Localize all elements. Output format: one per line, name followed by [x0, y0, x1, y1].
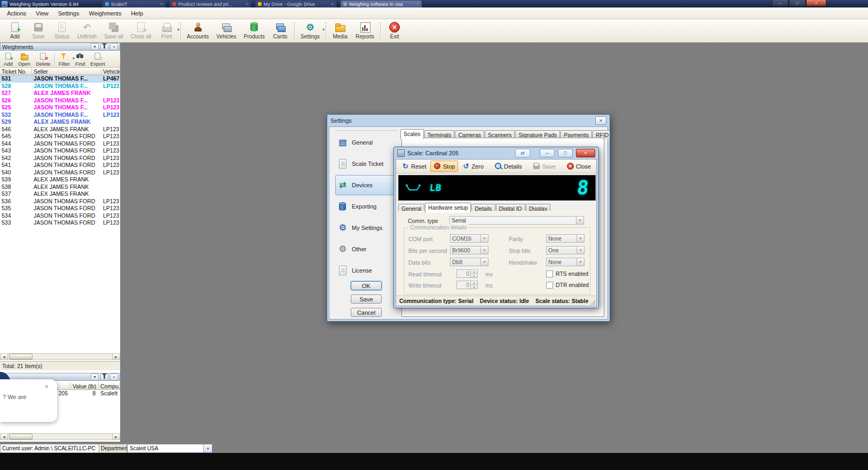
- weighment-row-543[interactable]: 543JASON THOMAS FORDLP1234: [0, 147, 120, 155]
- scroll-right-icon[interactable]: ▶: [112, 354, 120, 360]
- department-select[interactable]: Scaleit USA ▾: [127, 444, 212, 453]
- rts-enabled-checkbox[interactable]: RTS enabled: [546, 269, 588, 278]
- tab-close-icon[interactable]: ×: [246, 2, 248, 6]
- scale-details-button[interactable]: Details: [491, 161, 525, 172]
- browser-tab-my-drive-google-drive[interactable]: My Drive - Google Drive×: [255, 1, 336, 7]
- pin-icon[interactable]: [100, 373, 108, 380]
- weighment-row-528[interactable]: 528JASON THOMAS F...LP1234: [0, 83, 120, 90]
- panel-add-button[interactable]: Add: [1, 52, 15, 67]
- panel-menu-icon[interactable]: ▾: [91, 373, 99, 380]
- weighment-row-531[interactable]: 531JASON THOMAS F...LP467...: [0, 75, 120, 83]
- settings-dialog-titlebar[interactable]: Settings ×: [327, 115, 610, 126]
- weighment-row-541[interactable]: 541JASON THOMAS FORDLP1234: [0, 162, 120, 169]
- weighment-row-545[interactable]: 545JASON THOMAS FORDLP1234: [0, 133, 120, 140]
- cards-button[interactable]: Cards: [269, 20, 292, 41]
- settings-button[interactable]: ⚙Settings▾: [297, 20, 323, 41]
- ok-button[interactable]: OK: [351, 281, 382, 290]
- exit-button[interactable]: Exit: [383, 20, 406, 41]
- pin-icon[interactable]: [100, 43, 108, 50]
- minimize-button[interactable]: –: [540, 149, 555, 157]
- tab-scales[interactable]: Scales: [400, 129, 424, 139]
- weighment-row-544[interactable]: 544JASON THOMAS FORDLP1234: [0, 140, 120, 148]
- tab-close-icon[interactable]: ×: [160, 2, 163, 6]
- weighment-row-546[interactable]: 546ALEX JAMES FRANKLP1234: [0, 126, 120, 133]
- horizontal-scrollbar-2[interactable]: ◀ ▶: [0, 433, 120, 440]
- horizontal-scrollbar[interactable]: ◀ ▶: [0, 353, 120, 360]
- menu-help[interactable]: Help: [126, 9, 148, 18]
- column-header-value-lb[interactable]: Value (lb): [71, 383, 99, 390]
- save-button[interactable]: Save: [351, 294, 382, 304]
- column-header-ticket-no[interactable]: Ticket No.: [0, 68, 32, 75]
- settings-nav-license[interactable]: License: [335, 260, 397, 281]
- minimize-button[interactable]: –: [772, 0, 788, 6]
- weighment-row-538[interactable]: 538ALEX JAMES FRANK: [0, 184, 120, 191]
- scale-dialog-titlebar[interactable]: Scale: Cardinal 205 ⇄ – □ ×: [394, 147, 598, 159]
- settings-nav-exporting[interactable]: Exporting: [335, 196, 397, 217]
- scroll-thumb[interactable]: [9, 434, 33, 440]
- panel-open-button[interactable]: Open: [15, 52, 33, 67]
- add-button[interactable]: Add: [3, 20, 27, 41]
- browser-tab-product-reviews-and-pri[interactable]: Product reviews and pri...×: [170, 1, 251, 7]
- comm-type-select[interactable]: Serial ▾: [449, 216, 584, 225]
- dtr-enabled-checkbox[interactable]: DTR enabled: [546, 281, 589, 289]
- panel-filter-button[interactable]: Filter▾: [56, 52, 73, 67]
- vehicles-button[interactable]: Vehicles: [212, 20, 240, 41]
- chat-close-icon[interactable]: ×: [44, 383, 49, 391]
- settings-nav-other[interactable]: ⚙Other: [335, 239, 397, 259]
- scale-stop-button[interactable]: Stop: [430, 161, 459, 172]
- tab-close-icon[interactable]: ×: [331, 2, 334, 6]
- weighment-row-535[interactable]: 535JASON THOMAS FORDLP1234: [0, 205, 120, 212]
- settings-nav-general[interactable]: ▤General: [335, 132, 397, 153]
- weighment-row-525[interactable]: 525JASON THOMAS F...LP123...: [0, 104, 120, 111]
- menu-view[interactable]: View: [31, 9, 53, 18]
- weighment-row-540[interactable]: 540JASON THOMAS FORDLP1234: [0, 169, 120, 177]
- browser-tab-weighing-software-in-usa[interactable]: Weighing software in usa×: [341, 1, 422, 7]
- settings-nav-scale-ticket[interactable]: Scale Ticket: [335, 154, 397, 174]
- scale-reset-button[interactable]: ↻Reset: [398, 161, 430, 172]
- settings-nav-devices[interactable]: ⇄Devices: [335, 175, 397, 195]
- column-header-compu[interactable]: Compu...: [99, 383, 120, 390]
- scroll-thumb[interactable]: [9, 354, 33, 360]
- scale-close-button[interactable]: Close: [563, 161, 594, 172]
- media-button[interactable]: Media: [328, 20, 352, 41]
- tab-hardware-setup[interactable]: Hardware setup: [425, 203, 471, 213]
- menu-settings[interactable]: Settings: [53, 9, 84, 18]
- panel-delete-button[interactable]: Delete: [33, 52, 53, 67]
- reports-button[interactable]: Reports: [352, 20, 378, 41]
- panel-export-button[interactable]: Export: [88, 52, 107, 67]
- accounts-button[interactable]: Accounts: [183, 20, 212, 41]
- close-button[interactable]: ×: [576, 149, 595, 157]
- close-icon[interactable]: ×: [110, 43, 118, 50]
- weighment-row-526[interactable]: 526JASON THOMAS F...LP123...: [0, 97, 120, 105]
- weighment-row-527[interactable]: 527ALEX JAMES FRANK: [0, 90, 120, 97]
- weighment-row-529[interactable]: 529ALEX JAMES FRANK: [0, 118, 120, 126]
- scroll-left-icon[interactable]: ◀: [1, 354, 8, 360]
- close-button[interactable]: ×: [595, 116, 606, 125]
- weighment-row-537[interactable]: 537ALEX JAMES FRANK: [0, 190, 120, 198]
- weighment-row-532[interactable]: 532JASON THOMAS F...LP123...: [0, 111, 120, 119]
- panel-menu-icon[interactable]: ▾: [91, 43, 99, 50]
- weighment-row-536[interactable]: 536JASON THOMAS FORDLP1234: [0, 198, 120, 205]
- weighments-panel-header[interactable]: Weighments ▾ ×: [0, 43, 120, 51]
- settings-nav-my-settings[interactable]: ⚙My Settings: [335, 218, 397, 238]
- menu-actions[interactable]: Actions: [2, 9, 31, 18]
- weighment-row-533[interactable]: 533JASON THOMAS FORDLP1234: [0, 219, 120, 227]
- tab-close-icon[interactable]: ×: [416, 2, 419, 6]
- maximize-button[interactable]: □: [789, 0, 806, 6]
- scroll-left-icon[interactable]: ◀: [1, 434, 8, 440]
- chevron-down-icon[interactable]: ▾: [177, 27, 179, 32]
- weighment-row-534[interactable]: 534JASON THOMAS FORDLP1234: [0, 212, 120, 220]
- chevron-down-icon[interactable]: ▾: [322, 27, 325, 32]
- close-button[interactable]: ×: [806, 0, 826, 6]
- column-header-vehicle[interactable]: Vehicle: [101, 68, 120, 75]
- cancel-button[interactable]: Cancel: [351, 308, 382, 317]
- weighment-row-542[interactable]: 542JASON THOMAS FORDLP1234: [0, 155, 120, 162]
- menu-weighments[interactable]: Weighments: [84, 9, 126, 18]
- resize-grip[interactable]: [590, 300, 596, 305]
- scale-zero-button[interactable]: ↺Zero: [459, 161, 487, 172]
- browser-tab-scaleit[interactable]: ScaleIT×: [102, 1, 165, 7]
- weighment-row-539[interactable]: 539ALEX JAMES FRANK: [0, 176, 120, 184]
- products-button[interactable]: Products: [240, 20, 268, 41]
- maximize-button[interactable]: □: [558, 149, 573, 157]
- panel-find-button[interactable]: Find: [73, 52, 88, 67]
